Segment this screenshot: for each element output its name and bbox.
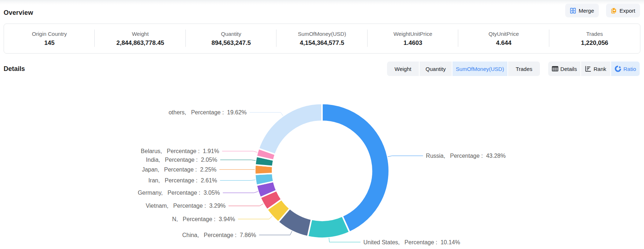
- pie-label: China, Percentage : 7.86%: [182, 232, 256, 238]
- pie-label-line: [220, 180, 256, 181]
- export-button[interactable]: Export: [606, 4, 640, 17]
- stat-value: 4,154,364,577.5: [300, 39, 344, 47]
- pie-slice-others[interactable]: [259, 104, 322, 155]
- pie-label-line: [220, 160, 256, 161]
- pie-label: others, Percentage : 19.62%: [168, 109, 246, 115]
- pie-slice-russia[interactable]: [322, 104, 389, 232]
- tab-trades[interactable]: Trades: [508, 62, 540, 76]
- details-row: Details WeightQuantitySumOfMoney(USD)Tra…: [4, 62, 640, 76]
- pie-chart-icon: [615, 66, 621, 72]
- stat-value: 4.644: [496, 39, 512, 47]
- stat-label: Quantity: [221, 31, 241, 37]
- stat-label: Trades: [586, 31, 603, 37]
- tab-label: Trades: [516, 66, 532, 72]
- pie-label: Vietnam, Percentage : 3.29%: [146, 203, 226, 209]
- pie-label-line: [250, 112, 283, 116]
- pie-label: N, Percentage : 3.94%: [172, 216, 235, 222]
- stat-quantity: Quantity894,563,247.5: [186, 31, 276, 47]
- pie-label: Russia, Percentage : 43.28%: [426, 153, 506, 159]
- bar-chart-icon: [585, 66, 591, 72]
- pie-label: United States, Percentage : 10.14%: [363, 239, 460, 245]
- pie-label: Belarus, Percentage : 1.91%: [141, 148, 219, 154]
- stat-label: QtyUnitPrice: [489, 31, 519, 37]
- stat-value: 145: [44, 39, 55, 47]
- stat-qtyunitprice: QtyUnitPrice4.644: [458, 31, 549, 47]
- pie-label-line: [222, 151, 258, 152]
- merge-icon: [570, 8, 576, 14]
- pie-label-line: [223, 191, 258, 193]
- tab-label: SumOfMoney(USD): [456, 66, 504, 72]
- stat-value: 894,563,247.5: [211, 39, 251, 47]
- stat-value: 1.4603: [403, 39, 422, 47]
- pie-slice-united-states[interactable]: [308, 216, 349, 238]
- stat-weight: Weight2,844,863,778.45: [95, 31, 185, 47]
- export-icon: [611, 8, 617, 14]
- pie-label: Iran, Percentage : 2.61%: [148, 177, 217, 183]
- stat-origin-country: Origin Country145: [4, 31, 95, 47]
- tab-label: Quantity: [426, 66, 446, 72]
- tab-label: Weight: [395, 66, 411, 72]
- metric-tab-group: WeightQuantitySumOfMoney(USD)Trades: [387, 62, 540, 76]
- tab-label: Rank: [593, 66, 606, 72]
- tab-rank[interactable]: Rank: [581, 62, 610, 76]
- section-title: Details: [4, 65, 25, 73]
- merge-button[interactable]: Merge: [565, 4, 599, 17]
- stat-label: Weight: [132, 31, 149, 37]
- tab-weight[interactable]: Weight: [387, 62, 419, 76]
- tab-label: Details: [561, 66, 577, 72]
- pie-label-line: [259, 231, 292, 235]
- table-icon: [552, 66, 558, 72]
- tab-quantity[interactable]: Quantity: [420, 62, 452, 76]
- pie-label-line: [228, 204, 263, 206]
- stat-label: Origin Country: [32, 31, 67, 37]
- stats-card: Origin Country145Weight2,844,863,778.45Q…: [4, 24, 640, 54]
- pie-label: Germany, Percentage : 3.05%: [138, 190, 220, 196]
- export-button-label: Export: [619, 8, 635, 14]
- pie-label: Japan, Percentage : 2.25%: [142, 166, 216, 173]
- tab-ratio[interactable]: Ratio: [611, 62, 640, 76]
- pie-label-line: [238, 216, 272, 219]
- tab-groups: WeightQuantitySumOfMoney(USD)Trades Deta…: [387, 62, 640, 76]
- stat-value: 2,844,863,778.45: [116, 39, 164, 47]
- header-actions: Merge Export: [565, 4, 640, 17]
- stat-trades: Trades1,220,056: [549, 31, 640, 47]
- header: Overview Merge: [0, 0, 644, 21]
- stat-label: SumOfMoney(USD): [298, 31, 346, 37]
- stat-weightunitprice: WeightUnitPrice1.4603: [368, 31, 458, 47]
- merge-button-label: Merge: [579, 8, 594, 14]
- ratio-pie-chart: Russia, Percentage : 43.28%United States…: [0, 79, 644, 249]
- stat-sumofmoney-usd-: SumOfMoney(USD)4,154,364,577.5: [276, 31, 367, 47]
- stat-label: WeightUnitPrice: [394, 31, 432, 37]
- page-title: Overview: [4, 9, 33, 17]
- tab-details[interactable]: Details: [548, 62, 580, 76]
- view-tab-group: DetailsRankRatio: [548, 62, 640, 76]
- tab-sumofmoney-usd-[interactable]: SumOfMoney(USD): [452, 62, 507, 76]
- pie-label-line: [329, 238, 360, 242]
- pie-label: India, Percentage : 2.05%: [146, 157, 217, 163]
- stat-value: 1,220,056: [581, 39, 608, 47]
- tab-label: Ratio: [623, 66, 636, 72]
- pie-label-line: [388, 156, 423, 157]
